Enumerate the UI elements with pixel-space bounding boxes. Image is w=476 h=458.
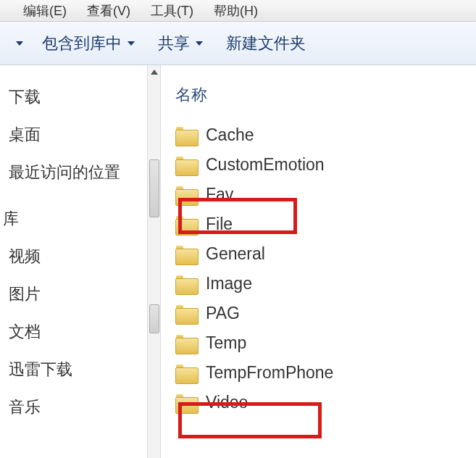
folder-icon bbox=[175, 334, 197, 353]
sidebar-recent[interactable]: 最近访问的位置 bbox=[0, 154, 160, 191]
folder-name: Video bbox=[206, 393, 248, 412]
folder-icon bbox=[175, 304, 197, 323]
include-in-library-label: 包含到库中 bbox=[42, 33, 122, 54]
folder-icon bbox=[175, 394, 197, 412]
main-area: 下载 桌面 最近访问的位置 库 视频 图片 文档 迅雷下载 音乐 名称 Cach… bbox=[0, 65, 476, 458]
share-label: 共享 bbox=[158, 33, 190, 54]
folder-item[interactable]: CustomEmotion bbox=[174, 150, 476, 180]
folder-item[interactable]: Temp bbox=[174, 328, 476, 358]
menu-help[interactable]: 帮助(H) bbox=[214, 2, 258, 20]
back-dropdown-icon[interactable] bbox=[16, 41, 23, 46]
folder-name: PAG bbox=[206, 304, 240, 323]
folder-icon bbox=[175, 186, 197, 204]
column-header-name[interactable]: 名称 bbox=[174, 78, 476, 120]
folder-item[interactable]: Cache bbox=[174, 120, 476, 150]
folder-name: TempFromPhone bbox=[206, 363, 333, 383]
sidebar-pictures[interactable]: 图片 bbox=[0, 275, 160, 313]
new-folder-button[interactable]: 新建文件夹 bbox=[222, 30, 310, 57]
sidebar-xunlei[interactable]: 迅雷下载 bbox=[0, 351, 160, 388]
folder-name: Fav bbox=[206, 185, 233, 204]
include-in-library-button[interactable]: 包含到库中 bbox=[38, 30, 139, 57]
menu-view[interactable]: 查看(V) bbox=[87, 2, 130, 20]
sidebar-music[interactable]: 音乐 bbox=[0, 388, 160, 426]
folder-item[interactable]: File bbox=[174, 209, 476, 239]
file-list: Cache CustomEmotion Fav File General Ima… bbox=[174, 120, 476, 417]
folder-icon bbox=[175, 275, 197, 293]
folder-icon bbox=[175, 245, 197, 264]
folder-icon bbox=[175, 215, 197, 234]
chevron-down-icon bbox=[196, 41, 203, 46]
folder-name: General bbox=[206, 244, 265, 264]
folder-icon bbox=[175, 156, 197, 175]
folder-item[interactable]: TempFromPhone bbox=[174, 358, 476, 388]
menu-tools[interactable]: 工具(T) bbox=[151, 2, 193, 20]
sidebar-desktop[interactable]: 桌面 bbox=[0, 116, 160, 154]
folder-name: File bbox=[206, 215, 233, 234]
scroll-thumb[interactable] bbox=[149, 159, 159, 217]
folder-name: Image bbox=[206, 274, 252, 293]
menu-edit[interactable]: 编辑(E) bbox=[23, 2, 67, 20]
menu-bar: 编辑(E) 查看(V) 工具(T) 帮助(H) bbox=[0, 0, 476, 22]
sidebar-downloads[interactable]: 下载 bbox=[0, 78, 160, 116]
sidebar-scrollbar[interactable] bbox=[147, 65, 160, 458]
folder-item[interactable]: General bbox=[174, 239, 476, 269]
chevron-down-icon bbox=[128, 41, 135, 46]
folder-icon bbox=[175, 126, 197, 145]
folder-icon bbox=[175, 364, 197, 383]
file-list-pane: 名称 Cache CustomEmotion Fav File General bbox=[161, 65, 476, 458]
sidebar-documents[interactable]: 文档 bbox=[0, 313, 160, 351]
sidebar-libraries-label[interactable]: 库 bbox=[0, 200, 160, 238]
new-folder-label: 新建文件夹 bbox=[226, 33, 306, 54]
folder-item[interactable]: Image bbox=[174, 269, 476, 299]
navigation-sidebar: 下载 桌面 最近访问的位置 库 视频 图片 文档 迅雷下载 音乐 bbox=[0, 65, 161, 458]
folder-name: CustomEmotion bbox=[206, 155, 325, 175]
share-button[interactable]: 共享 bbox=[154, 30, 207, 57]
folder-item[interactable]: PAG bbox=[174, 299, 476, 328]
folder-name: Cache bbox=[206, 125, 254, 145]
folder-name: Temp bbox=[206, 333, 246, 353]
toolbar: 包含到库中 共享 新建文件夹 bbox=[0, 22, 476, 65]
scroll-up-icon[interactable] bbox=[151, 70, 158, 75]
folder-item[interactable]: Video bbox=[174, 388, 476, 417]
folder-item[interactable]: Fav bbox=[174, 180, 476, 209]
scroll-thumb[interactable] bbox=[149, 304, 159, 333]
sidebar-videos[interactable]: 视频 bbox=[0, 238, 160, 275]
